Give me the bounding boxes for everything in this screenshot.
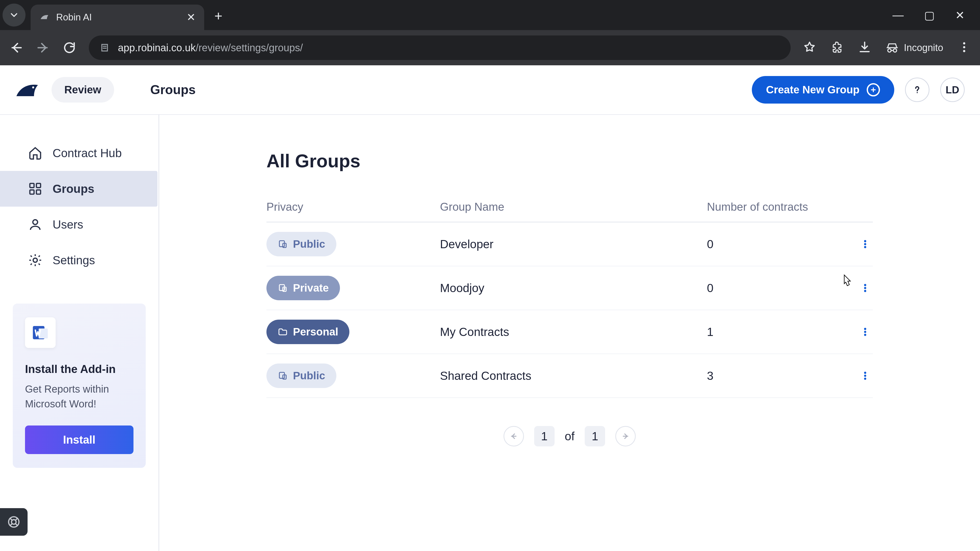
download-icon [858,41,871,54]
svg-point-23 [864,290,866,292]
contract-count-cell: 3 [707,369,819,383]
grid-icon [28,182,42,196]
privacy-badge-private: Private [266,276,340,300]
sidebar-item-users[interactable]: Users [0,206,158,242]
groups-table: Privacy Group Name Number of contracts P… [266,192,873,398]
table-row[interactable]: Private Moodjoy 0 [266,266,873,310]
browser-chrome: Robin AI ✕ + ― ▢ ✕ app.robinai.co.uk/rev… [0,0,980,65]
page-title: Groups [150,83,196,97]
browser-tab[interactable]: Robin AI ✕ [30,5,204,30]
row-actions-button[interactable] [858,324,873,340]
home-icon [28,146,42,160]
page-total: 1 [585,426,605,446]
reload-icon [62,41,76,55]
reload-button[interactable] [62,41,76,55]
pagination: 1 of 1 [504,426,636,446]
sidebar-item-label: Settings [52,253,95,267]
robin-favicon-icon [39,12,50,23]
tab-search-button[interactable] [3,3,25,27]
app-logo[interactable] [13,76,41,104]
chevron-down-icon [9,10,19,21]
install-addin-button[interactable]: Install [25,426,134,454]
row-actions-button[interactable] [858,280,873,295]
table-row[interactable]: Personal My Contracts 1 [266,310,873,354]
svg-point-1 [963,46,966,48]
sidebar-item-groups[interactable]: Groups [0,171,158,206]
question-icon [911,84,923,96]
window-controls: ― ▢ ✕ [892,9,980,22]
page-prev-button[interactable] [504,426,524,446]
col-contract-count: Number of contracts [707,200,819,213]
create-new-group-label: Create New Group [766,84,859,96]
site-info-icon[interactable] [99,42,110,53]
back-button[interactable] [9,41,24,55]
row-actions-button[interactable] [858,368,873,383]
addin-body: Get Reports within Microsoft Word! [25,382,134,411]
svg-point-25 [864,331,866,333]
svg-point-17 [864,243,866,245]
chrome-menu-button[interactable] [958,41,971,55]
svg-point-8 [33,220,38,224]
group-name-cell: Developer [440,237,707,251]
svg-rect-5 [37,183,41,187]
arrow-left-icon [9,41,24,55]
svg-point-16 [864,240,866,242]
svg-rect-14 [280,241,285,247]
tab-close-icon[interactable]: ✕ [186,12,196,23]
svg-rect-6 [30,190,34,194]
svg-point-18 [864,246,866,248]
page-of-label: of [565,429,574,443]
page-next-button[interactable] [615,426,636,446]
review-chip[interactable]: Review [52,77,114,103]
table-row[interactable]: Public Developer 0 [266,222,873,266]
arrow-left-icon [509,432,518,441]
forward-button[interactable] [36,41,50,55]
kebab-icon [860,371,870,381]
sidebar-item-settings[interactable]: Settings [0,242,158,278]
page-current: 1 [534,426,555,446]
create-new-group-button[interactable]: Create New Group [752,76,894,103]
svg-point-13 [11,519,16,524]
close-window-button[interactable]: ✕ [955,9,965,22]
gear-icon [28,253,42,267]
kebab-icon [860,283,870,293]
svg-point-24 [864,328,866,330]
group-name-cell: Shared Contracts [440,369,707,383]
contract-count-cell: 0 [707,237,819,251]
arrow-right-icon [36,41,50,55]
sidebar: Contract Hub Groups Users Settings Insta… [0,115,159,551]
star-icon [803,41,816,54]
downloads-button[interactable] [858,41,871,55]
kebab-icon [860,327,870,337]
minimize-button[interactable]: ― [892,9,904,22]
new-tab-button[interactable]: + [215,8,223,24]
bookmark-button[interactable] [803,41,816,55]
group-name-cell: My Contracts [440,325,707,339]
col-group-name: Group Name [440,200,707,213]
privacy-badge-personal: Personal [266,320,349,344]
sidebar-item-label: Groups [52,182,94,196]
addin-card: Install the Add-in Get Reports within Mi… [13,303,146,468]
address-bar[interactable]: app.robinai.co.uk/review/settings/groups… [89,35,791,60]
content-heading: All Groups [266,151,873,171]
private-icon [278,283,288,293]
contract-count-cell: 0 [707,281,819,295]
incognito-indicator[interactable]: Incognito [886,41,943,54]
contract-count-cell: 1 [707,325,819,339]
sidebar-item-label: Users [52,218,83,231]
user-avatar[interactable]: LD [940,78,965,102]
help-button[interactable] [905,78,929,102]
floating-help-button[interactable] [0,508,27,536]
toolbar-actions: Incognito [803,41,971,55]
public-icon [278,371,288,381]
row-actions-button[interactable] [858,237,873,252]
table-header: Privacy Group Name Number of contracts [266,192,873,222]
svg-point-31 [864,378,866,380]
sidebar-item-contract-hub[interactable]: Contract Hub [0,135,158,171]
extensions-button[interactable] [830,41,844,55]
lifebuoy-icon [7,515,21,529]
maximize-button[interactable]: ▢ [924,9,935,22]
user-icon [28,218,42,232]
addin-title: Install the Add-in [25,363,134,375]
table-row[interactable]: Public Shared Contracts 3 [266,354,873,398]
